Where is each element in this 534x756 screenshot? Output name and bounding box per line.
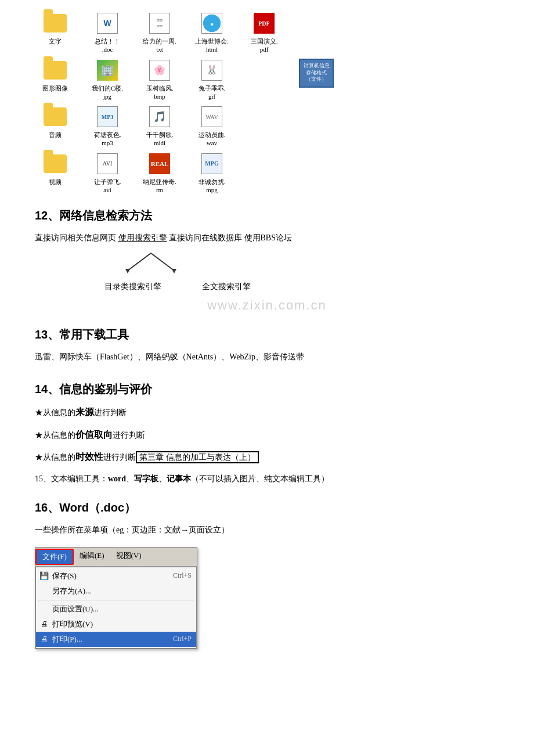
icon-storage[interactable]: 计算机信息存储格式（文件） <box>296 59 337 90</box>
menu-pagesetup-label: 页面设置(U)... <box>52 604 180 614</box>
menu-save-shortcut: Ctrl+S <box>173 571 192 580</box>
printpreview-icon: 🖨 <box>38 620 50 629</box>
icon-doc[interactable]: 总结！！.doc <box>87 12 128 54</box>
page-content: 文字 总结！！.doc ≡≡≡≡ 给力的一周.txt <box>35 12 499 649</box>
section-16-title: 16、Word（.doc） <box>35 500 499 516</box>
icon-label: 让子弹飞.avi <box>94 178 121 195</box>
editor-word: word <box>108 474 126 483</box>
folder-icon <box>44 59 67 82</box>
section-13-title: 13、常用下载工具 <box>35 327 499 343</box>
star-item-2: ★从信息的价值取向进行判断 <box>35 427 499 444</box>
menu-print-label: 打印(P)... <box>52 634 161 645</box>
arrow-diagram: 目录类搜索引擎 全文搜索引擎 <box>104 250 499 292</box>
svg-line-2 <box>128 253 151 271</box>
menu-separator-1 <box>38 600 194 600</box>
icon-midi[interactable]: 🎵 千千阙歌.midi <box>139 105 180 147</box>
icon-folder-images[interactable]: 图形图像 <box>35 59 75 92</box>
txt-file-icon: ≡≡≡≡ <box>148 12 171 35</box>
menu-item-save[interactable]: 💾 保存(S) Ctrl+S <box>36 568 196 584</box>
mp3-file-icon: MP3 <box>96 105 119 128</box>
bold-timeliness: 时效性 <box>75 452 103 462</box>
icon-label: 上海世博会.html <box>195 37 229 54</box>
svg-text:e: e <box>210 21 213 27</box>
wav-file-icon: WAV <box>200 105 223 128</box>
doc-file-icon <box>96 12 119 35</box>
mpg-file-icon: MPG <box>200 152 223 175</box>
menu-dropdown: 💾 保存(S) Ctrl+S 另存为(A)... 页面设置(U)... 🖨 打印… <box>35 567 197 649</box>
icon-folder-audio[interactable]: 音频 <box>35 105 75 139</box>
arrow-label-fulltext: 全文搜索引擎 <box>202 282 251 292</box>
icons-row-3: 音频 MP3 荷塘夜色.mp3 🎵 千千阙歌.midi WAV 运动员曲.wav <box>35 105 499 147</box>
icon-avi[interactable]: AVI 让子弹飞.avi <box>87 152 128 195</box>
bold-value: 价值取向 <box>75 430 113 440</box>
icon-gif[interactable]: 🐰 兔子乖乖.gif <box>192 59 232 101</box>
icon-label: 运动员曲.wav <box>199 131 226 147</box>
bmp-file-icon: 🌸 <box>148 59 171 82</box>
icons-grid: 文字 总结！！.doc ≡≡≡≡ 给力的一周.txt <box>35 12 499 194</box>
arrow-svg <box>104 250 221 279</box>
icon-label: 我们的C楼.jpg <box>92 84 123 101</box>
icon-html[interactable]: e 上海世博会.html <box>192 12 232 54</box>
icon-label: 图形图像 <box>42 84 68 92</box>
icon-label: 玉树临风.bmp <box>146 84 174 101</box>
menu-top-file[interactable]: 文件(F) <box>35 549 74 565</box>
icon-txt[interactable]: ≡≡≡≡ 给力的一周.txt <box>139 12 180 54</box>
pdf-file-icon: PDF <box>252 12 276 35</box>
icons-row-1: 文字 总结！！.doc ≡≡≡≡ 给力的一周.txt <box>35 12 499 54</box>
gif-file-icon: 🐰 <box>200 59 223 82</box>
folder-icon <box>44 12 67 35</box>
menu-item-printpreview[interactable]: 🖨 打印预览(V) <box>36 617 196 632</box>
icon-label: 三国演义.pdf <box>251 37 278 54</box>
icon-bmp[interactable]: 🌸 玉树临风.bmp <box>139 59 180 101</box>
arrow-labels: 目录类搜索引擎 全文搜索引擎 <box>104 282 499 292</box>
icon-mp3[interactable]: MP3 荷塘夜色.mp3 <box>87 105 128 147</box>
menu-top-view[interactable]: 视图(V) <box>110 549 147 565</box>
icon-label: 兔子乖乖.gif <box>199 84 226 101</box>
folder-icon <box>44 152 67 175</box>
icon-label: 荷塘夜色.mp3 <box>94 131 121 147</box>
pagesetup-icon <box>38 604 50 614</box>
menu-screenshot: 文件(F) 编辑(E) 视图(V) 💾 保存(S) Ctrl+S 另存为(A).… <box>35 547 197 649</box>
icons-row-4: 视频 AVI 让子弹飞.avi REAL 纳尼亚传奇.rm MPG 非诚勿扰.m… <box>35 152 499 195</box>
avi-file-icon: AVI <box>96 152 119 175</box>
menu-titlebar: 文件(F) 编辑(E) 视图(V) <box>35 548 197 567</box>
section-12-text: 直接访问相关信息网页 使用搜索引擎 直接访问在线数据库 使用BBS论坛 <box>35 231 499 245</box>
section-15-text: 15、文本编辑工具：word、写字板、记事本（不可以插入图片、纯文本编辑工具） <box>35 471 499 486</box>
icon-jpg[interactable]: 🏢 我们的C楼.jpg <box>87 59 128 101</box>
star-item-3: ★从信息的时效性进行判断第三章 信息的加工与表达（上） <box>35 449 499 466</box>
icon-label: 给力的一周.txt <box>143 37 176 54</box>
icon-wav[interactable]: WAV 运动员曲.wav <box>192 105 232 147</box>
print-icon: 🖨 <box>38 635 50 644</box>
chapter-box: 第三章 信息的加工与表达（上） <box>136 451 259 463</box>
icon-label: 纳尼亚传奇.rm <box>143 178 176 195</box>
section-14-title: 14、信息的鉴别与评价 <box>35 381 499 397</box>
editor-wordpad: 写字板 <box>134 474 158 483</box>
icon-folder-text[interactable]: 文字 <box>35 12 75 45</box>
star-item-1: ★从信息的来源进行判断 <box>35 404 499 421</box>
bold-source: 来源 <box>75 407 94 417</box>
folder-icon <box>44 105 67 128</box>
menu-item-print[interactable]: 🖨 打印(P)... Ctrl+P <box>36 632 196 647</box>
section-16-text: 一些操作所在菜单项（eg：页边距：文献→页面设立） <box>35 523 499 537</box>
icon-label: 千千阙歌.midi <box>146 131 174 147</box>
menu-item-saveas[interactable]: 另存为(A)... <box>36 584 196 599</box>
icon-folder-video[interactable]: 视频 <box>35 152 75 186</box>
midi-file-icon: 🎵 <box>148 105 171 128</box>
icon-pdf[interactable]: PDF 三国演义.pdf <box>244 12 284 54</box>
menu-top-edit[interactable]: 编辑(E) <box>74 549 110 565</box>
icon-label: 文字 <box>49 37 62 45</box>
section-13-text: 迅雷、网际快车（FlashGet）、网络蚂蚁（NetAnts）、WebZip、影… <box>35 350 499 364</box>
icon-label: 非诚勿扰.mpg <box>199 178 226 195</box>
menu-save-label: 保存(S) <box>52 571 161 581</box>
watermark: www.zixin.com.cn <box>35 298 499 313</box>
icon-mpg[interactable]: MPG 非诚勿扰.mpg <box>192 152 232 195</box>
svg-marker-4 <box>125 269 130 273</box>
svg-line-3 <box>151 253 174 271</box>
icon-label: 总结！！.doc <box>95 37 120 54</box>
menu-item-pagesetup[interactable]: 页面设置(U)... <box>36 602 196 617</box>
saveas-icon <box>38 586 50 596</box>
icon-rm[interactable]: REAL 纳尼亚传奇.rm <box>139 152 180 195</box>
icons-row-2: 图形图像 🏢 我们的C楼.jpg 🌸 玉树临风.bmp 🐰 兔子乖乖.gif <box>35 59 499 101</box>
svg-marker-5 <box>172 269 176 273</box>
save-icon: 💾 <box>38 571 50 581</box>
